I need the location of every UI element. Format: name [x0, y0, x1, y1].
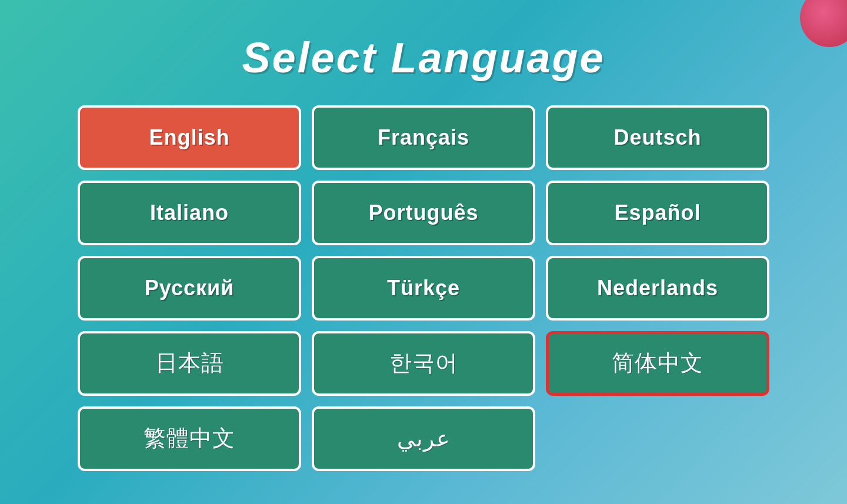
language-button-chinese-traditional[interactable]: 繁體中文: [78, 406, 301, 471]
language-label-english: English: [149, 125, 229, 150]
language-button-english[interactable]: English: [78, 105, 301, 170]
language-button-espanol[interactable]: Español: [546, 181, 769, 245]
language-button-chinese-simplified[interactable]: 简体中文: [546, 331, 769, 396]
language-button-korean[interactable]: 한국어: [312, 331, 535, 396]
language-button-nederlands[interactable]: Nederlands: [546, 256, 769, 321]
language-grid: EnglishFrançaisDeutschItalianoPortuguêsE…: [42, 105, 805, 471]
language-label-chinese-traditional: 繁體中文: [144, 423, 235, 453]
language-button-arabic[interactable]: عربي: [312, 406, 535, 471]
language-label-chinese-simplified: 简体中文: [612, 348, 703, 378]
language-label-turkce: Türkçe: [387, 276, 460, 301]
language-label-deutsch: Deutsch: [613, 125, 701, 150]
language-label-korean: 한국어: [389, 348, 458, 378]
language-button-russian[interactable]: Русский: [78, 256, 301, 321]
language-label-japanese: 日本語: [155, 348, 224, 378]
language-label-italiano: Italiano: [150, 201, 229, 225]
language-button-japanese[interactable]: 日本語: [78, 331, 301, 396]
language-button-turkce[interactable]: Türkçe: [312, 256, 535, 321]
language-label-portugues: Português: [368, 201, 478, 225]
language-label-russian: Русский: [145, 276, 234, 301]
decorative-circle: [800, 0, 847, 47]
language-button-francais[interactable]: Français: [312, 105, 535, 170]
language-label-francais: Français: [378, 125, 469, 150]
language-button-portugues[interactable]: Português: [312, 181, 535, 245]
language-label-espanol: Español: [614, 201, 701, 225]
language-label-nederlands: Nederlands: [597, 276, 718, 301]
language-button-italiano[interactable]: Italiano: [78, 181, 301, 245]
language-label-arabic: عربي: [397, 426, 451, 452]
language-button-deutsch[interactable]: Deutsch: [546, 105, 769, 170]
page-title: Select Language: [242, 34, 605, 82]
